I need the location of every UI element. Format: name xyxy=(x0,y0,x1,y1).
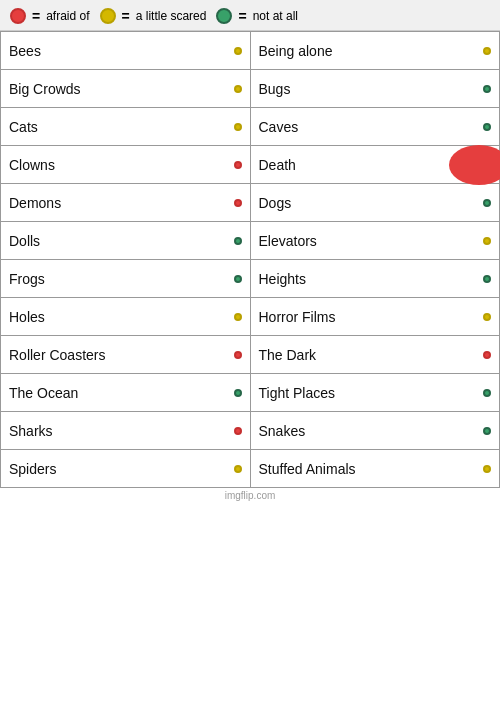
death-blob xyxy=(449,145,500,185)
legend-yellow-dot xyxy=(100,8,116,24)
cell-label: Horror Films xyxy=(259,309,336,325)
cell-dot xyxy=(483,275,491,283)
cell-dot xyxy=(483,389,491,397)
cell-label: Roller Coasters xyxy=(9,347,105,363)
legend-afraid: = afraid of xyxy=(10,8,90,24)
table-row: Holes xyxy=(1,298,251,336)
cell-dot xyxy=(483,313,491,321)
cell-dot xyxy=(234,47,242,55)
cell-dot xyxy=(234,199,242,207)
cell-label: Snakes xyxy=(259,423,306,439)
cell-label: Holes xyxy=(9,309,45,325)
cell-dot xyxy=(483,465,491,473)
table-row: Roller Coasters xyxy=(1,336,251,374)
cell-dot xyxy=(483,199,491,207)
cell-label: Sharks xyxy=(9,423,53,439)
cell-dot xyxy=(234,389,242,397)
legend: = afraid of = a little scared = not at a… xyxy=(0,0,500,31)
cell-dot xyxy=(234,161,242,169)
table-row: Stuffed Animals xyxy=(251,450,501,488)
cell-label: Dolls xyxy=(9,233,40,249)
cell-label: Caves xyxy=(259,119,299,135)
table-row: Death xyxy=(251,146,501,184)
cell-label: Elevators xyxy=(259,233,317,249)
legend-green-dot xyxy=(216,8,232,24)
cell-dot xyxy=(234,427,242,435)
table-row: Clowns xyxy=(1,146,251,184)
table-row: Being alone xyxy=(251,32,501,70)
legend-little-scared: = a little scared xyxy=(100,8,207,24)
table-row: Horror Films xyxy=(251,298,501,336)
footer: imgflip.com xyxy=(0,488,500,505)
cell-dot xyxy=(483,351,491,359)
table-row: Heights xyxy=(251,260,501,298)
table-row: Big Crowds xyxy=(1,70,251,108)
table-row: Dolls xyxy=(1,222,251,260)
cell-label: Clowns xyxy=(9,157,55,173)
legend-little-scared-label: a little scared xyxy=(136,9,207,23)
table-row: Tight Places xyxy=(251,374,501,412)
cell-label: Dogs xyxy=(259,195,292,211)
cell-label: Spiders xyxy=(9,461,56,477)
cell-dot xyxy=(234,351,242,359)
cell-label: Big Crowds xyxy=(9,81,81,97)
legend-not-at-all: = not at all xyxy=(216,8,298,24)
table-row: Snakes xyxy=(251,412,501,450)
cell-dot xyxy=(483,47,491,55)
table-row: Spiders xyxy=(1,450,251,488)
cell-dot xyxy=(234,237,242,245)
cell-label: Tight Places xyxy=(259,385,336,401)
cell-dot xyxy=(483,237,491,245)
cell-dot xyxy=(234,313,242,321)
table-row: The Ocean xyxy=(1,374,251,412)
table-row: Cats xyxy=(1,108,251,146)
table-row: Caves xyxy=(251,108,501,146)
table-row: Elevators xyxy=(251,222,501,260)
table-row: The Dark xyxy=(251,336,501,374)
cell-label: Cats xyxy=(9,119,38,135)
legend-red-dot xyxy=(10,8,26,24)
cell-dot xyxy=(483,123,491,131)
table-row: Sharks xyxy=(1,412,251,450)
cell-label: Frogs xyxy=(9,271,45,287)
table-row: Demons xyxy=(1,184,251,222)
table-row: Bugs xyxy=(251,70,501,108)
table-row: Dogs xyxy=(251,184,501,222)
cell-label: Death xyxy=(259,157,296,173)
cell-dot xyxy=(234,85,242,93)
cell-label: Being alone xyxy=(259,43,333,59)
cell-label: Bees xyxy=(9,43,41,59)
table-row: Frogs xyxy=(1,260,251,298)
cell-label: Demons xyxy=(9,195,61,211)
cell-label: Bugs xyxy=(259,81,291,97)
fears-grid: BeesBeing aloneBig CrowdsBugsCatsCavesCl… xyxy=(0,31,500,488)
legend-not-at-all-label: not at all xyxy=(253,9,298,23)
cell-dot xyxy=(483,427,491,435)
cell-dot xyxy=(234,465,242,473)
table-row: Bees xyxy=(1,32,251,70)
cell-label: Heights xyxy=(259,271,306,287)
cell-dot xyxy=(234,123,242,131)
cell-label: Stuffed Animals xyxy=(259,461,356,477)
cell-dot xyxy=(234,275,242,283)
cell-dot xyxy=(483,85,491,93)
cell-label: The Ocean xyxy=(9,385,78,401)
cell-label: The Dark xyxy=(259,347,317,363)
legend-afraid-label: afraid of xyxy=(46,9,89,23)
